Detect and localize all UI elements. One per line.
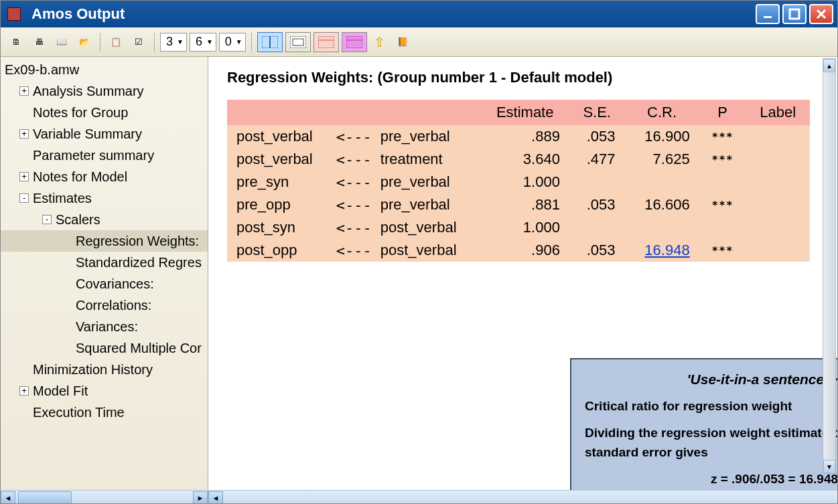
expand-icon[interactable]: + xyxy=(19,172,29,181)
col-blank xyxy=(227,100,480,125)
book-button[interactable]: 📖 xyxy=(52,32,72,52)
tree-item[interactable]: Notes for Group xyxy=(1,102,208,123)
chevron-down-icon: ▼ xyxy=(236,38,242,46)
tree-item[interactable]: -Scalers xyxy=(1,209,208,230)
table-row: post_verbal<---pre_verbal.889.05316.900*… xyxy=(227,125,810,148)
dropdown-value: 6 xyxy=(196,35,202,49)
cell-independent: pre_verbal xyxy=(378,125,481,148)
manual-button[interactable]: 📙 xyxy=(393,32,413,52)
scroll-thumb[interactable] xyxy=(18,491,72,505)
separator xyxy=(251,33,252,52)
cell-arrow: <--- xyxy=(330,239,378,262)
content-heading: Regression Weights: (Group number 1 - De… xyxy=(227,69,819,86)
options-button[interactable]: ☑ xyxy=(129,32,149,52)
regression-weights-table: Estimate S.E. C.R. P Label post_verbal<-… xyxy=(227,100,810,262)
collapse-icon[interactable]: - xyxy=(19,193,29,203)
tree-item[interactable]: +Variable Summary xyxy=(1,123,208,145)
table-row: pre_syn<---pre_verbal1.000 xyxy=(227,171,810,193)
collapse-icon[interactable]: - xyxy=(42,215,52,224)
tree-item[interactable]: +Model Fit xyxy=(1,380,208,402)
col-cr: C.R. xyxy=(625,100,699,125)
chevron-down-icon: ▼ xyxy=(206,38,213,46)
scroll-left-arrow[interactable]: ◄ xyxy=(1,491,15,505)
tree-item[interactable]: Minimization History xyxy=(1,359,208,380)
cell-se xyxy=(569,171,625,193)
cell-estimate: 1.000 xyxy=(480,171,569,193)
tree-item[interactable]: Regression Weights: xyxy=(1,230,208,252)
toolbar: 🗎 🖶 📖 📂 📋 ☑ 3 ▼ 6 ▼ 0 ▼ ⇧ 📙 xyxy=(1,27,837,57)
cell-p: *** xyxy=(699,193,746,216)
open-button[interactable]: 📂 xyxy=(74,32,94,52)
view-single-button[interactable] xyxy=(285,32,311,52)
view-red-button[interactable] xyxy=(313,32,339,52)
tree-item-label: Regression Weights: xyxy=(76,234,199,249)
content-vertical-scrollbar[interactable]: ▲ ▼ xyxy=(823,58,836,474)
tree-item-label: Execution Time xyxy=(33,405,125,420)
cell-cr: 16.900 xyxy=(625,125,699,148)
cell-cr: 16.606 xyxy=(625,193,699,216)
chevron-down-icon: ▼ xyxy=(177,38,184,46)
expand-icon[interactable]: + xyxy=(19,129,29,139)
close-button[interactable] xyxy=(809,4,833,24)
expand-icon[interactable]: + xyxy=(19,386,29,396)
view-magenta-button[interactable] xyxy=(342,32,367,52)
tree-item-label: Parameter summary xyxy=(33,148,154,163)
minimize-button[interactable] xyxy=(756,4,780,24)
navigation-tree-panel: Ex09-b.amw +Analysis SummaryNotes for Gr… xyxy=(1,57,208,504)
printer-icon: 🖶 xyxy=(35,37,44,47)
content-panel: Regression Weights: (Group number 1 - De… xyxy=(208,57,837,504)
scroll-down-arrow[interactable]: ▼ xyxy=(823,460,835,473)
tree-item[interactable]: +Analysis Summary xyxy=(1,80,208,102)
cell-estimate: .889 xyxy=(480,125,569,148)
tree-item-label: Correlations: xyxy=(76,298,151,313)
separator xyxy=(154,33,155,52)
tree-item-label: Covariances: xyxy=(76,276,154,292)
check-icon: ☑ xyxy=(135,37,143,47)
tree-horizontal-scrollbar[interactable]: ◄ ► xyxy=(1,490,208,504)
scroll-up-arrow[interactable]: ▲ xyxy=(823,59,835,72)
copy-button[interactable]: 📋 xyxy=(106,32,126,52)
cell-dependent: pre_syn xyxy=(227,171,330,193)
scroll-right-arrow[interactable]: ► xyxy=(193,491,208,505)
tree-item[interactable]: Covariances: xyxy=(1,273,208,295)
book-icon: 📖 xyxy=(56,37,67,47)
folder-open-icon: 📂 xyxy=(79,37,90,47)
tree-item[interactable]: +Notes for Model xyxy=(1,166,208,187)
print-preview-button[interactable]: 🗎 xyxy=(6,32,26,52)
table-row: post_verbal<---treatment3.640.4777.625**… xyxy=(227,148,810,171)
cell-arrow: <--- xyxy=(330,125,378,148)
content-horizontal-scrollbar[interactable]: ◄ xyxy=(208,490,837,504)
tree-item[interactable]: Execution Time xyxy=(1,402,208,423)
table-row: pre_opp<---pre_verbal.881.05316.606*** xyxy=(227,193,810,216)
cr-link[interactable]: 16.948 xyxy=(644,242,689,258)
print-button[interactable]: 🖶 xyxy=(29,32,49,52)
cell-se: .053 xyxy=(569,193,625,216)
svg-rect-0 xyxy=(764,16,772,18)
cell-estimate: .881 xyxy=(480,193,569,216)
view-split-button[interactable] xyxy=(257,32,283,52)
cell-label xyxy=(746,239,811,262)
main-area: Ex09-b.amw +Analysis SummaryNotes for Gr… xyxy=(1,57,837,504)
decimals-dropdown-2[interactable]: 6 ▼ xyxy=(190,33,216,52)
decimals-dropdown-1[interactable]: 3 ▼ xyxy=(160,33,187,52)
svg-rect-6 xyxy=(318,36,334,48)
cell-cr[interactable]: 16.948 xyxy=(625,239,699,262)
maximize-button[interactable] xyxy=(782,4,807,24)
scroll-left-arrow[interactable]: ◄ xyxy=(208,491,223,505)
tree-item[interactable]: Correlations: xyxy=(1,295,208,316)
up-arrow-button[interactable]: ⇧ xyxy=(370,32,390,52)
cell-se: .053 xyxy=(569,125,625,148)
col-se: S.E. xyxy=(569,100,625,125)
decimals-dropdown-3[interactable]: 0 ▼ xyxy=(219,33,246,52)
tree-item[interactable]: -Estimates xyxy=(1,187,208,209)
expand-icon[interactable]: + xyxy=(19,86,29,96)
cell-p xyxy=(699,216,746,239)
cell-estimate: 1.000 xyxy=(480,216,569,239)
tree-item[interactable]: Squared Multiple Cor xyxy=(1,337,208,359)
tree-item-label: Notes for Model xyxy=(33,169,127,185)
tree-item[interactable]: Standardized Regres xyxy=(1,252,208,273)
tree-item[interactable]: Parameter summary xyxy=(1,145,208,166)
tree-item[interactable]: Variances: xyxy=(1,316,208,337)
cell-arrow: <--- xyxy=(330,171,378,193)
tree-root[interactable]: Ex09-b.amw xyxy=(1,60,208,80)
